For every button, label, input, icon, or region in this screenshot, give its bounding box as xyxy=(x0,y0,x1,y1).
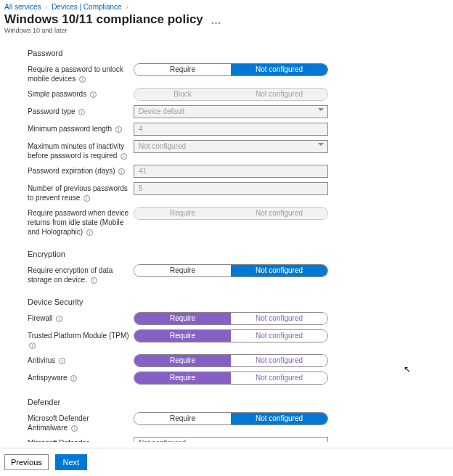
select-max-inactivity: Not configured xyxy=(134,140,328,153)
opt-require[interactable]: Require xyxy=(134,413,231,424)
chevron-down-icon xyxy=(318,143,324,146)
info-icon[interactable]: i xyxy=(83,195,90,202)
info-icon[interactable]: i xyxy=(91,277,97,284)
page-title-text: Windows 10/11 compliance policy xyxy=(4,12,203,26)
page-title: Windows 10/11 compliance policy … xyxy=(0,12,453,27)
opt-not-configured[interactable]: Not configured xyxy=(231,355,327,366)
info-icon[interactable]: i xyxy=(59,358,65,364)
label-min-length: Minimum password length i xyxy=(28,123,134,134)
section-password: Password xyxy=(28,49,449,57)
label-max-inactivity: Maximum minutes of inactivity before pas… xyxy=(28,140,134,160)
label-antivirus: Antivirus i xyxy=(28,354,134,365)
chevron-right-icon: › xyxy=(45,4,47,11)
toggle-antispyware[interactable]: Require Not configured xyxy=(134,372,328,385)
label-idle-return: Require password when device returns fro… xyxy=(28,207,134,237)
info-icon[interactable]: i xyxy=(121,153,127,160)
opt-not-configured[interactable]: Not configured xyxy=(231,413,327,424)
toggle-tpm[interactable]: Require Not configured xyxy=(134,329,328,342)
opt-require[interactable]: Require xyxy=(134,64,231,75)
info-icon[interactable]: i xyxy=(86,229,93,236)
info-icon[interactable]: i xyxy=(79,76,86,83)
breadcrumb-devices-compliance[interactable]: Devices | Compliance xyxy=(52,3,122,11)
toggle-antivirus[interactable]: Require Not configured xyxy=(134,354,328,367)
page-subtitle: Windows 10 and later xyxy=(0,27,453,37)
breadcrumb: All services › Devices | Compliance › xyxy=(0,0,453,12)
info-icon[interactable]: i xyxy=(70,375,77,382)
opt-not-configured: Not configured xyxy=(231,208,327,219)
input-min-length: 4 xyxy=(134,123,328,136)
chevron-down-icon xyxy=(318,108,324,111)
label-require-password: Require a password to unlock mobile devi… xyxy=(28,63,134,83)
label-require-encryption: Require encryption of data storage on de… xyxy=(28,264,134,284)
toggle-defender-antimalware[interactable]: Require Not configured xyxy=(134,412,328,425)
toggle-require-encryption[interactable]: Require Not configured xyxy=(134,264,328,277)
opt-not-configured[interactable]: Not configured xyxy=(231,265,327,276)
toggle-require-password[interactable]: Require Not configured xyxy=(134,63,328,76)
toggle-firewall[interactable]: Require Not configured xyxy=(134,312,328,325)
label-simple-passwords: Simple passwords i xyxy=(28,88,134,99)
info-icon[interactable]: i xyxy=(90,91,97,98)
label-tpm: Trusted Platform Module (TPM) i xyxy=(28,329,134,350)
opt-require: Require xyxy=(134,208,231,219)
input-password-expiration: 41 xyxy=(134,165,328,178)
chevron-right-icon: › xyxy=(126,4,128,11)
info-icon[interactable]: i xyxy=(29,342,36,349)
opt-not-configured[interactable]: Not configured xyxy=(231,372,327,384)
input-previous-passwords: 5 xyxy=(134,182,328,195)
section-encryption: Encryption xyxy=(28,250,449,258)
toggle-idle-return: Require Not configured xyxy=(134,207,328,220)
breadcrumb-all-services[interactable]: All services xyxy=(4,3,41,11)
opt-require[interactable]: Require xyxy=(134,265,231,276)
footer: Previous Next xyxy=(0,442,453,476)
section-device-security: Device Security xyxy=(28,298,449,306)
label-antispyware: Antispyware i xyxy=(28,372,134,382)
more-actions-icon[interactable]: … xyxy=(211,15,221,26)
info-icon[interactable]: i xyxy=(78,109,85,115)
opt-block: Block xyxy=(134,89,231,100)
info-icon[interactable]: i xyxy=(71,425,78,432)
label-password-expiration: Password expiration (days) i xyxy=(28,165,134,176)
label-firewall: Firewall i xyxy=(28,312,134,323)
opt-not-configured: Not configured xyxy=(231,89,327,100)
opt-not-configured[interactable]: Not configured xyxy=(231,64,327,75)
previous-button[interactable]: Previous xyxy=(4,454,49,470)
opt-require[interactable]: Require xyxy=(134,372,231,384)
label-password-type: Password type i xyxy=(28,105,134,116)
label-previous-passwords: Number of previous passwords to prevent … xyxy=(28,182,134,202)
info-icon[interactable]: i xyxy=(118,168,125,175)
opt-require[interactable]: Require xyxy=(134,330,231,342)
info-icon[interactable]: i xyxy=(56,316,62,322)
opt-require[interactable]: Require xyxy=(134,355,231,366)
select-password-type: Device default xyxy=(134,105,328,118)
opt-not-configured[interactable]: Not configured xyxy=(231,330,327,342)
section-defender: Defender xyxy=(28,398,449,406)
next-button[interactable]: Next xyxy=(55,454,87,470)
opt-not-configured[interactable]: Not configured xyxy=(231,313,327,324)
info-icon[interactable]: i xyxy=(115,126,122,133)
label-defender-antimalware: Microsoft Defender Antimalware i xyxy=(28,412,134,432)
opt-require[interactable]: Require xyxy=(134,313,231,324)
toggle-simple-passwords: Block Not configured xyxy=(134,88,328,101)
